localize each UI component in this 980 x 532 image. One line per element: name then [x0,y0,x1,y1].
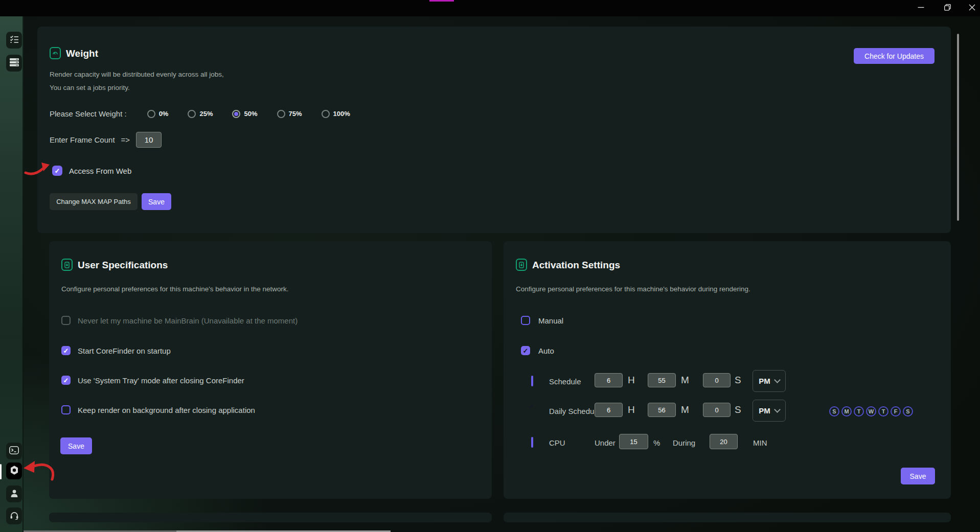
schedule-minute-input[interactable] [648,373,676,387]
weight-save-button[interactable]: Save [142,193,171,210]
weight-radio-25[interactable]: 25% [188,110,213,118]
frame-count-arrow: => [121,135,130,144]
daily-second-input[interactable] [703,403,731,417]
terminal-icon [9,446,19,456]
frame-count-row: Enter Frame Count => [50,132,162,148]
sidebar-item-console[interactable] [6,443,22,459]
radio-circle [322,110,330,118]
cpu-percent-label: % [653,438,660,447]
meridiem-value: PM [759,406,770,415]
close-icon [969,4,975,12]
manual-row: Manual [521,316,563,325]
app-window: Weight Check for Updates Render capacity… [0,0,980,532]
sidebar-active-indicator [0,464,2,479]
sidebar-item-support[interactable] [6,507,22,524]
panel-description: Configure personal preferences for this … [61,285,289,293]
sidebar-item-account[interactable] [6,485,22,502]
user-specifications-save-button[interactable]: Save [60,437,92,454]
radio-circle [277,110,285,118]
cpu-min-label: MIN [753,438,767,447]
package-icon [516,259,527,271]
panel-title: Weight [66,48,98,59]
daily-schedule-label: Daily Schedule [549,407,595,415]
next-panel-left-partial [49,513,492,522]
panel-description: Configure personal preferences for this … [516,285,750,293]
day-toggle-saturday[interactable]: S [903,406,913,417]
activation-save-button[interactable]: Save [901,468,935,484]
day-toggle-tuesday[interactable]: T [854,406,864,417]
panel-title: Activation Settings [532,260,620,271]
hour-unit-label: H [628,375,635,386]
change-max-map-paths-button[interactable]: Change MAX MAP Paths [50,193,138,210]
access-from-web-row: Access From Web [52,166,131,176]
access-from-web-checkbox[interactable] [52,166,62,176]
daily-minute-input[interactable] [648,403,676,417]
radio-circle [188,110,196,118]
meridiem-value: PM [759,377,770,385]
check-updates-button[interactable]: Check for Updates [854,48,935,64]
auto-label: Auto [538,346,554,355]
cpu-during-input[interactable] [710,434,738,449]
vertical-scrollbar-thumb[interactable] [957,34,959,221]
titlebar [0,0,980,16]
weight-panel: Weight Check for Updates Render capacity… [37,27,951,233]
daily-meridiem-select[interactable]: PM [753,400,786,422]
weekday-toggles: S M T W T F S [829,406,913,417]
mainbrain-checkbox [61,316,71,325]
auto-checkbox[interactable] [521,346,530,355]
schedule-hour-input[interactable] [595,373,623,387]
option-label: Use 'System Tray' mode after closing Cor… [78,376,244,385]
auto-row: Auto [521,346,554,355]
system-tray-checkbox[interactable] [61,376,71,385]
day-toggle-thursday[interactable]: T [878,406,888,417]
task-list-icon [10,35,19,45]
sidebar-item-jobs[interactable] [6,32,22,49]
manual-checkbox[interactable] [521,316,530,325]
minute-unit-label: M [681,375,689,386]
gauge-icon [50,47,61,59]
weight-radio-50[interactable]: 50% [232,110,257,118]
day-toggle-friday[interactable]: F [891,406,901,417]
chevron-down-icon [774,406,781,413]
option-row: Never let my machine be MainBrain (Unava… [61,316,298,325]
day-toggle-sunday[interactable]: S [829,406,839,417]
option-label: Keep render on background after closing … [78,406,255,414]
start-on-startup-checkbox[interactable] [61,346,71,355]
sidebar-item-settings[interactable] [6,462,22,479]
day-toggle-wednesday[interactable]: W [866,406,876,417]
second-unit-label: S [735,375,741,386]
schedule-second-input[interactable] [703,373,731,387]
weight-radio-75[interactable]: 75% [277,110,302,118]
weight-buttons-row: Change MAX MAP Paths Save [50,193,171,210]
cpu-under-input[interactable] [619,434,648,449]
user-icon [10,489,18,499]
package-icon [61,259,73,271]
panel-description-line2: You can set a jobs priority. [50,84,130,91]
weight-radio-0[interactable]: 0% [147,110,169,118]
frame-count-label: Enter Frame Count [50,135,115,144]
daily-hour-input[interactable] [595,403,623,417]
keep-render-background-checkbox[interactable] [61,405,71,414]
schedule-meridiem-select[interactable]: PM [753,370,786,392]
schedule-checkbox[interactable] [531,376,533,386]
option-row: Use 'System Tray' mode after closing Cor… [61,376,244,385]
close-button[interactable] [964,3,979,14]
cpu-checkbox[interactable] [531,437,533,448]
manual-label: Manual [538,316,563,325]
option-label: Start CoreFinder on startup [78,346,171,355]
user-specifications-panel: User Specifications Configure personal p… [49,241,492,499]
restore-button[interactable] [940,3,955,14]
hour-unit-label: H [628,404,635,415]
radio-circle [147,110,155,118]
minimize-button[interactable] [913,3,928,14]
frame-count-input[interactable] [136,132,162,148]
day-toggle-monday[interactable]: M [841,406,852,417]
panel-description-line1: Render capacity will be distributed even… [50,71,224,78]
next-panel-right-partial [504,513,951,522]
headset-icon [10,511,19,521]
weight-radio-100[interactable]: 100% [322,110,350,118]
daily-schedule-row: Daily Schedule H M S PM S M T W T F S [504,400,951,424]
minute-unit-label: M [681,404,689,415]
sidebar-item-servers[interactable] [6,55,22,72]
access-from-web-label: Access From Web [69,167,131,175]
